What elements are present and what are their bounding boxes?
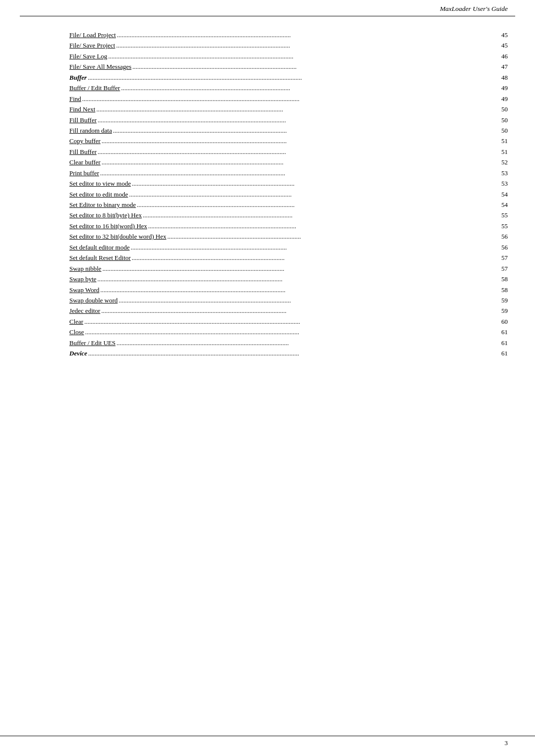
entry-label: Clear bbox=[69, 316, 83, 327]
entry-left: Swap byte bbox=[69, 274, 97, 284]
toc-entry-set-editor-16bit-hex: Set editor to 16 bit(word) Hex .........… bbox=[69, 221, 508, 231]
page-num: 54 bbox=[501, 189, 508, 200]
toc-entry-set-default-reset-editor: Set default Reset Editor ...............… bbox=[69, 252, 508, 263]
toc-entry-file-save-all-messages: File/ Save All Messages ................… bbox=[69, 61, 508, 72]
dots: ........................................… bbox=[115, 338, 501, 348]
entry-left: Swap nibble bbox=[69, 263, 102, 274]
entry-left: Print buffer bbox=[69, 168, 99, 178]
dots: ........................................… bbox=[107, 51, 501, 61]
section-label: Buffer bbox=[69, 72, 87, 83]
content-area: File/ Load Project .....................… bbox=[69, 30, 508, 359]
page-num: 57 bbox=[501, 263, 508, 274]
toc-entry-device: Device .................................… bbox=[69, 348, 508, 358]
dots: ........................................… bbox=[118, 295, 502, 305]
page-num: 55 bbox=[501, 210, 508, 220]
dots: ........................................… bbox=[116, 30, 501, 40]
dots: ........................................… bbox=[97, 147, 501, 157]
page-num: 48 bbox=[501, 72, 508, 83]
page-num: 50 bbox=[501, 125, 508, 136]
toc-entry-clear-buffer: Clear buffer ...........................… bbox=[69, 157, 508, 167]
page-footer: 3 bbox=[505, 739, 508, 747]
dots: ........................................… bbox=[128, 189, 501, 200]
page-num: 50 bbox=[501, 104, 508, 114]
entry-label: Swap byte bbox=[69, 274, 97, 284]
dots: ........................................… bbox=[147, 221, 501, 231]
entry-label: Set editor to edit mode bbox=[69, 189, 128, 200]
dots: ........................................… bbox=[99, 285, 501, 295]
entry-label: Swap double word bbox=[69, 295, 118, 305]
page-num: 50 bbox=[501, 115, 508, 125]
entry-left: Copy buffer bbox=[69, 136, 101, 146]
page-num: 53 bbox=[501, 168, 508, 178]
page-num: 47 bbox=[501, 61, 508, 72]
entry-left: Find bbox=[69, 94, 81, 104]
section-label: Device bbox=[69, 348, 87, 358]
entry-label: Set default Reset Editor bbox=[69, 252, 131, 263]
entry-left: Fill random data bbox=[69, 125, 112, 136]
entry-label: Print buffer bbox=[69, 168, 99, 178]
page-num: 55 bbox=[501, 221, 508, 231]
dots: ........................................… bbox=[131, 61, 501, 72]
page-num: 59 bbox=[501, 295, 508, 305]
dots: ........................................… bbox=[120, 83, 501, 93]
dots: ........................................… bbox=[87, 72, 501, 83]
toc-entry-set-editor-binary-mode: Set Editor to binary mode ..............… bbox=[69, 200, 508, 210]
entry-left: Clear buffer bbox=[69, 157, 101, 167]
entry-left: Set editor to 16 bit(word) Hex bbox=[69, 221, 147, 231]
page-num: 49 bbox=[501, 83, 508, 93]
dots: ........................................… bbox=[97, 274, 501, 284]
entry-label: Set editor to view mode bbox=[69, 178, 131, 189]
toc-entry-jedec-editor: Jedec editor ...........................… bbox=[69, 305, 508, 316]
page-num: 58 bbox=[501, 274, 508, 284]
entry-left: Set editor to view mode bbox=[69, 178, 131, 189]
page-num: 52 bbox=[501, 157, 508, 167]
page-num: 51 bbox=[501, 136, 508, 146]
entry-left: Set Editor to binary mode bbox=[69, 200, 136, 210]
bottom-rule bbox=[0, 736, 535, 736]
dots: ........................................… bbox=[87, 348, 501, 358]
toc-entry-file-save-log: File/ Save Log .........................… bbox=[69, 51, 508, 61]
dots: ........................................… bbox=[101, 136, 501, 146]
entry-left: Set editor to edit mode bbox=[69, 189, 128, 200]
page-num: 53 bbox=[501, 178, 508, 189]
entry-label: Set default editor mode bbox=[69, 242, 130, 252]
toc-entry-buffer-edit-buffer: Buffer / Edit Buffer ...................… bbox=[69, 83, 508, 93]
entry-label: File/ Save All Messages bbox=[69, 61, 131, 72]
top-rule bbox=[20, 16, 515, 16]
dots: ........................................… bbox=[142, 210, 501, 220]
page-header: MaxLoader User's Guide bbox=[440, 5, 508, 13]
entry-left: File/ Save Log bbox=[69, 51, 107, 61]
page-num: 54 bbox=[501, 200, 508, 210]
dots: ........................................… bbox=[112, 125, 501, 136]
entry-left: Find Next bbox=[69, 104, 95, 114]
toc-entry-copy-buffer: Copy buffer ............................… bbox=[69, 136, 508, 146]
toc-entry-buffer: Buffer .................................… bbox=[69, 72, 508, 83]
entry-left: Fill Buffer bbox=[69, 147, 97, 157]
entry-label: Swap nibble bbox=[69, 263, 102, 274]
page-num: 49 bbox=[501, 94, 508, 104]
entry-left: File/ Save All Messages bbox=[69, 61, 131, 72]
page-num: 56 bbox=[501, 231, 508, 242]
page-num: 51 bbox=[501, 147, 508, 157]
dots: ........................................… bbox=[136, 200, 501, 210]
dots: ........................................… bbox=[100, 305, 501, 316]
page-num: 57 bbox=[501, 252, 508, 263]
toc-entry-swap-word: Swap Word ..............................… bbox=[69, 285, 508, 295]
page-num: 59 bbox=[501, 305, 508, 316]
entry-left: Set default editor mode bbox=[69, 242, 130, 252]
toc-entry-find: Find ...................................… bbox=[69, 94, 508, 104]
toc-entry-set-editor-view-mode: Set editor to view mode ................… bbox=[69, 178, 508, 189]
entry-label: Find bbox=[69, 94, 81, 104]
toc-entry-set-editor-8bit-hex: Set editor to 8 bit(byte) Hex ..........… bbox=[69, 210, 508, 220]
entry-label: Find Next bbox=[69, 104, 95, 114]
entry-left: Buffer / Edit Buffer bbox=[69, 83, 120, 93]
toc-entry-print-buffer: Print buffer ...........................… bbox=[69, 168, 508, 178]
header-title: MaxLoader User's Guide bbox=[440, 5, 508, 12]
page-container: MaxLoader User's Guide File/ Load Projec… bbox=[0, 0, 535, 756]
page-num: 61 bbox=[501, 327, 508, 337]
entry-left: Set editor to 32 bit(double word) Hex bbox=[69, 231, 166, 242]
entry-label: Copy buffer bbox=[69, 136, 101, 146]
page-num: 60 bbox=[501, 316, 508, 327]
entry-label: Buffer / Edit UES bbox=[69, 338, 115, 348]
toc-entry-fill-buffer-2: Fill Buffer ............................… bbox=[69, 147, 508, 157]
